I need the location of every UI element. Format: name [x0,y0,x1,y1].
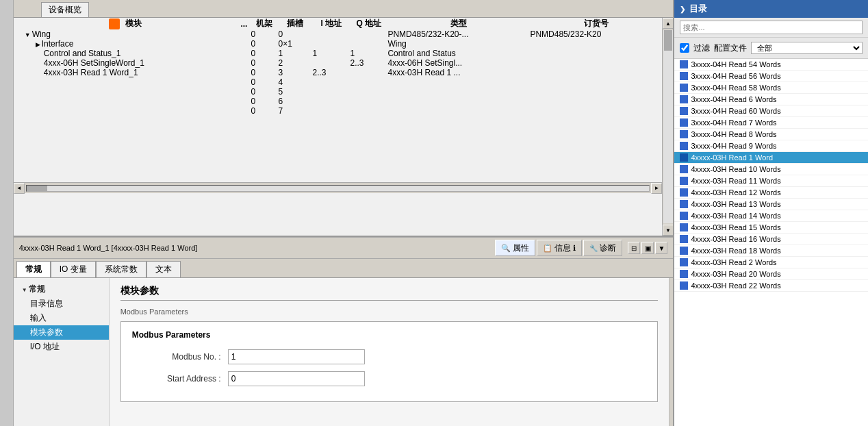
input-start-address[interactable] [228,371,365,386]
cell-iaddr [312,77,350,87]
scroll-down-btn[interactable]: ▼ [663,225,674,236]
nav-section-title-general[interactable]: 常规 [14,282,109,297]
device-table: 模块 ... 机架 插槽 I 地址 Q 地址 类型 订货号 [14,18,663,116]
dir-item[interactable]: 4xxxx-03H Read 18 Words [674,245,868,257]
tab-text[interactable]: 文本 [146,261,181,277]
col-rack: 机架 [251,18,278,29]
dir-item-icon [680,165,688,173]
filter-checkbox[interactable] [680,43,689,53]
cell-qaddr: 2..3 [350,58,387,68]
cell-qaddr [350,97,387,106]
dir-item[interactable]: 4xxxx-03H Read 22 Words [674,280,868,292]
table-row[interactable]: 0 5 [14,87,663,97]
dir-item-label: 4xxxx-03H Read 15 Words [691,223,780,231]
dir-item[interactable]: 3xxxx-04H Read 7 Words [674,117,868,129]
nav-item-io-address[interactable]: I/O 地址 [14,340,109,354]
dir-item[interactable]: 4xxxx-03H Read 11 Words [674,175,868,187]
dir-item[interactable]: 4xxxx-03H Read 20 Words [674,268,868,280]
cell-iaddr [312,58,350,68]
table-row[interactable]: Control and Status_1 0 1 1 1 Control and… [14,49,663,58]
dir-item[interactable]: 4xxxx-03H Read 12 Words [674,187,868,199]
cell-slot: 1 [278,49,312,58]
icon-copy[interactable]: ⊟ [628,242,640,254]
dir-item-icon [680,84,688,92]
dir-item[interactable]: 4xxxx-03H Read 2 Words [674,257,868,268]
cell-slot: 5 [278,87,312,97]
device-table-scroll[interactable]: 模块 ... 机架 插槽 I 地址 Q 地址 类型 订货号 [14,18,663,182]
vertical-scrollbar[interactable]: ▲ ▼ [662,18,673,236]
cell-iaddr: 2..3 [312,68,350,77]
cell-order: PNMD485/232-K20 [530,29,662,39]
btn-diagnose[interactable]: 🔧 诊断 [583,240,622,256]
cell-type [387,77,530,87]
lower-section: 常规 IO 变量 系统常数 文本 常规 目录信息 输入 模块参数 I/O 地址 … [14,259,674,426]
table-row[interactable]: 4xxx-06H SetSingleWord_1 0 2 2..3 4xxx-0… [14,58,663,68]
label-start-address: Start Address : [132,374,228,384]
table-row[interactable]: ▼Wing 0 0 PNMD485/232-K20-... PNMD485/23… [14,29,663,39]
dir-item[interactable]: 4xxxx-03H Read 1 Word [674,152,868,164]
horizontal-scrollbar[interactable]: ◄ ► [14,182,663,193]
breadcrumb: 4xxxx-03H Read 1 Word_1 [4xxxx-03H Read … [19,244,496,252]
dir-item[interactable]: 3xxxx-04H Read 58 Words [674,82,868,94]
icon-dropdown[interactable]: ▼ [655,242,667,254]
dir-item-label: 3xxxx-04H Read 8 Words [691,130,776,138]
btn-info[interactable]: 📋 信息 ℹ [537,240,582,256]
dir-item[interactable]: 4xxxx-03H Read 13 Words [674,199,868,210]
dir-item[interactable]: 4xxxx-03H Read 16 Words [674,234,868,245]
btn-properties[interactable]: 🔍 属性 [495,240,535,256]
tab-system-constants[interactable]: 系统常数 [96,261,146,277]
cell-qaddr [350,77,387,87]
nav-item-input[interactable]: 输入 [14,311,109,325]
params-box: Modbus Parameters Modbus No. : Start Add… [120,321,659,402]
nav-item-directory[interactable]: 目录信息 [14,297,109,311]
dir-item[interactable]: 3xxxx-04H Read 56 Words [674,71,868,82]
dir-item[interactable]: 3xxxx-04H Read 6 Words [674,94,868,105]
tab-io-variables[interactable]: IO 变量 [51,261,96,277]
col-iaddr: I 地址 [312,18,350,29]
config-select[interactable]: 全部 [751,42,863,54]
resize-handle[interactable] [669,278,673,426]
dir-item-icon [680,95,688,103]
dir-item-icon [680,235,688,243]
dir-item[interactable]: 3xxxx-04H Read 9 Words [674,140,868,152]
dir-item-icon [680,188,688,197]
dir-item-icon [680,153,688,162]
dir-item[interactable]: 3xxxx-04H Read 60 Words [674,105,868,117]
table-row[interactable]: 0 7 [14,106,663,116]
table-row[interactable]: 0 4 [14,77,663,87]
scroll-up-btn[interactable]: ▲ [663,18,674,29]
scroll-left-btn[interactable]: ◄ [14,183,25,194]
dir-item[interactable]: 4xxxx-03H Read 14 Words [674,210,868,222]
cell-rack: 0 [251,68,278,77]
table-row[interactable]: 0 6 [14,97,663,106]
cell-slot: 7 [278,106,312,116]
dir-item[interactable]: 3xxxx-04H Read 54 Words [674,59,868,71]
cell-dots [237,49,251,58]
cell-qaddr [350,68,387,77]
cell-name [14,97,238,106]
tab-general[interactable]: 常规 [16,261,51,277]
dir-item[interactable]: 3xxxx-04H Read 8 Words [674,129,868,140]
magnify-icon: 🔍 [501,244,511,253]
dir-item-label: 3xxxx-04H Read 60 Words [691,107,780,115]
form-row-start-address: Start Address : [132,371,647,386]
tab-device-overview[interactable]: 设备概览 [41,2,89,17]
cell-rack: 0 [251,77,278,87]
table-row[interactable]: ▶Interface 0 0×1 Wing [14,39,663,49]
dir-item[interactable]: 4xxxx-03H Read 15 Words [674,222,868,234]
dir-item-label: 3xxxx-04H Read 7 Words [691,118,776,127]
cell-name: Control and Status_1 [14,49,238,58]
cell-type: 4xxx-06H SetSingl... [387,58,530,68]
table-row[interactable]: 4xxx-03H Read 1 Word_1 0 3 2..3 4xxx-03H… [14,68,663,77]
cell-slot: 0 [278,29,312,39]
dir-item[interactable]: 4xxxx-03H Read 10 Words [674,164,868,175]
dir-item-icon [680,212,688,220]
cell-qaddr [350,106,387,116]
search-input[interactable] [680,21,863,34]
icon-window[interactable]: ▣ [641,242,654,254]
input-modbus-no[interactable] [228,349,365,364]
scroll-right-btn[interactable]: ► [651,183,662,194]
dir-item-icon [680,258,688,266]
nav-item-module-params[interactable]: 模块参数 [14,325,109,340]
cell-type: Control and Status [387,49,530,58]
